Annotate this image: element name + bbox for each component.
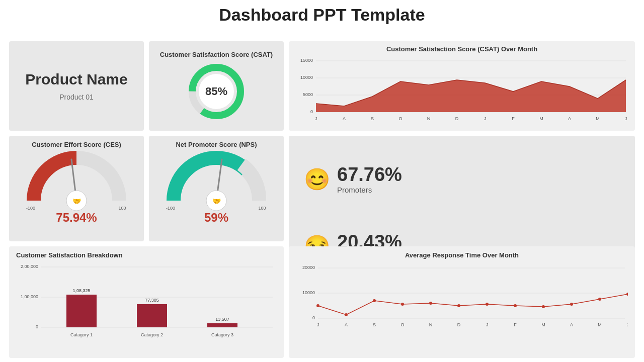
ces-value: 75.94% [56, 211, 97, 225]
product-sub: Product 01 [59, 93, 94, 101]
svg-text:O: O [400, 322, 404, 327]
nps-gauge-value: 59% [204, 211, 228, 225]
breakdown-title: Customer Satisfaction Breakdown [16, 251, 277, 259]
svg-text:M: M [596, 116, 600, 121]
product-card: Product Name Product 01 [9, 41, 144, 131]
csat-donut: 85% [186, 61, 247, 122]
ces-gauge-svg: 🤝 -100 100 [24, 150, 129, 211]
response-card: Average Response Time Over Month 20000 1… [289, 246, 635, 358]
promoters-pct: 67.76% [337, 164, 402, 186]
svg-text:D: D [455, 116, 459, 121]
svg-text:S: S [371, 116, 374, 121]
promoters-col: 67.76% Promoters [337, 164, 402, 194]
response-line [318, 294, 628, 315]
svg-text:J: J [315, 116, 317, 121]
response-title: Average Response Time Over Month [296, 251, 628, 259]
svg-point-55 [429, 302, 432, 305]
promoters-label: Promoters [337, 186, 402, 194]
svg-text:M: M [541, 322, 545, 327]
nps-gauge-svg: 🤝 -100 100 [164, 150, 269, 211]
nps-gauge-card: Net Promoter Score (NPS) 🤝 -100 100 59% [149, 136, 284, 241]
svg-text:-100: -100 [26, 206, 35, 211]
csat-chart-svg: 15000 10000 5000 0 J A S O N D J F M [295, 55, 629, 129]
svg-point-52 [345, 313, 348, 316]
bar-cat2 [137, 304, 167, 327]
svg-text:Catagory 2: Catagory 2 [141, 332, 163, 337]
svg-text:N: N [427, 116, 431, 121]
svg-text:J: J [484, 116, 487, 121]
svg-point-53 [373, 299, 376, 302]
svg-text:77,305: 77,305 [145, 298, 159, 303]
svg-text:100: 100 [258, 206, 266, 211]
dashboard-layout: Dashboard PPT Template Product Name Prod… [0, 0, 644, 362]
svg-text:A: A [343, 116, 346, 121]
svg-text:S: S [373, 322, 376, 327]
svg-text:15000: 15000 [300, 58, 313, 63]
nps-gauge-title: Net Promoter Score (NPS) [176, 141, 257, 148]
svg-text:N: N [429, 322, 433, 327]
svg-text:F: F [514, 322, 517, 327]
svg-text:13,507: 13,507 [215, 317, 229, 322]
svg-text:🤝: 🤝 [212, 197, 221, 206]
promoters-row: 😊 67.76% Promoters [304, 164, 620, 194]
csat-chart-title: Customer Satisfaction Score (CSAT) Over … [295, 45, 629, 53]
svg-text:10000: 10000 [302, 290, 315, 295]
response-svg: 20000 10000 0 J A S O N D J [296, 261, 628, 355]
svg-text:5000: 5000 [303, 92, 313, 97]
svg-text:100: 100 [118, 206, 126, 211]
svg-text:M: M [598, 322, 602, 327]
svg-text:🤝: 🤝 [72, 197, 82, 206]
svg-point-60 [570, 303, 573, 306]
breakdown-card: Customer Satisfaction Breakdown 2,00,000… [9, 246, 284, 358]
svg-point-54 [401, 303, 404, 306]
svg-text:Catagory 1: Catagory 1 [70, 332, 93, 337]
csat-card: Customer Satisfaction Score (CSAT) 85% [149, 41, 284, 131]
svg-text:O: O [398, 116, 402, 121]
csat-title: Customer Satisfaction Score (CSAT) [160, 51, 273, 58]
svg-text:J: J [627, 322, 628, 327]
svg-text:0: 0 [36, 324, 38, 329]
csat-chart-card: Customer Satisfaction Score (CSAT) Over … [289, 41, 635, 131]
svg-text:20000: 20000 [302, 265, 315, 270]
svg-point-51 [316, 304, 319, 307]
svg-point-61 [598, 298, 601, 301]
csat-area [316, 80, 626, 112]
svg-text:Catagory 3: Catagory 3 [211, 332, 233, 337]
svg-text:0: 0 [310, 109, 313, 114]
svg-text:F: F [512, 116, 515, 121]
breakdown-svg: 2,00,000 1,00,000 0 1,08,325 Catagory 1 … [16, 261, 277, 355]
svg-text:1,00,000: 1,00,000 [21, 294, 38, 299]
svg-point-59 [542, 305, 545, 308]
svg-text:J: J [625, 116, 627, 121]
svg-text:M: M [539, 116, 543, 121]
svg-text:0: 0 [312, 315, 315, 320]
svg-point-56 [457, 304, 460, 307]
bar-cat3 [207, 323, 237, 327]
svg-text:J: J [317, 322, 319, 327]
svg-text:2,00,000: 2,00,000 [21, 264, 38, 269]
product-name: Product Name [25, 71, 127, 88]
svg-text:10000: 10000 [300, 75, 313, 80]
svg-text:1,08,325: 1,08,325 [72, 288, 90, 293]
svg-text:A: A [568, 116, 571, 121]
svg-text:A: A [345, 322, 348, 327]
svg-text:-100: -100 [166, 206, 175, 211]
ces-card: Customer Effort Score (CES) 🤝 -100 100 7… [9, 136, 144, 241]
svg-text:A: A [570, 322, 573, 327]
svg-text:J: J [486, 322, 489, 327]
svg-text:D: D [457, 322, 461, 327]
csat-value: 85% [205, 85, 227, 98]
svg-point-58 [514, 304, 517, 307]
svg-point-62 [626, 293, 628, 296]
ces-title: Customer Effort Score (CES) [32, 141, 121, 148]
bar-cat1 [66, 295, 97, 327]
page-title: Dashboard PPT Template [0, 5, 644, 25]
promoters-icon: 😊 [304, 169, 330, 190]
svg-point-57 [486, 303, 489, 306]
